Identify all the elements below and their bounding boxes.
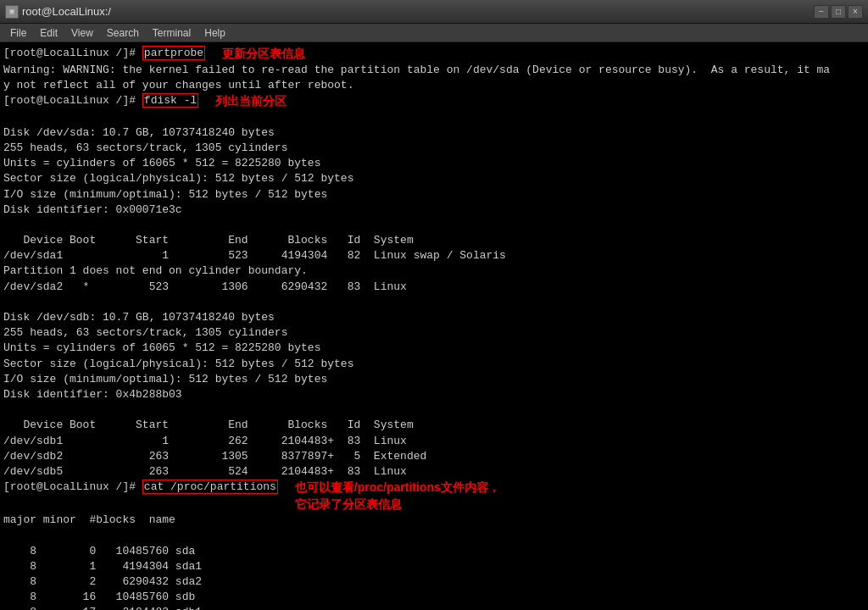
- terminal-line: Disk /dev/sda: 10.7 GB, 10737418240 byte…: [3, 125, 854, 141]
- terminal-line: major minor #blocks name: [3, 513, 854, 528]
- terminal-line: 8 1 4194304 sda1: [3, 559, 854, 574]
- terminal-line: I/O size (minimum/optimal): 512 bytes / …: [3, 187, 854, 202]
- annotation-cat-partitions: 也可以查看/proc/partitions文件内容，它记录了分区表信息: [295, 480, 500, 513]
- terminal-blank: [3, 295, 854, 310]
- terminal-blank: [3, 402, 854, 418]
- terminal-line: 255 heads, 63 sectors/track, 1305 cylind…: [3, 141, 854, 156]
- terminal-blank: [3, 218, 854, 233]
- terminal-area[interactable]: [root@LocalLinux /]# partprobe 更新分区表信息 W…: [0, 42, 868, 610]
- menu-search[interactable]: Search: [100, 25, 146, 41]
- title-bar-left: ▣ root@LocalLinux:/: [5, 5, 111, 19]
- terminal-line: Disk identifier: 0x00071e3c: [3, 202, 854, 218]
- line-partprobe: [root@LocalLinux /]# partprobe 更新分区表信息: [3, 46, 854, 63]
- terminal-line: [root@LocalLinux /]# partprobe: [3, 46, 205, 61]
- terminal-blank: [3, 528, 854, 543]
- line-cat-partitions: [root@LocalLinux /]# cat /proc/partition…: [3, 480, 854, 513]
- terminal-line: I/O size (minimum/optimal): 512 bytes / …: [3, 372, 854, 387]
- terminal-line: Device Boot Start End Blocks Id System: [3, 418, 854, 433]
- terminal-line: Sector size (logical/physical): 512 byte…: [3, 171, 854, 186]
- line-fdisk: [root@LocalLinux /]# fdisk -l 列出当前分区: [3, 93, 854, 110]
- menu-help[interactable]: Help: [198, 25, 232, 41]
- menu-terminal[interactable]: Terminal: [146, 25, 198, 41]
- terminal-line: Sector size (logical/physical): 512 byte…: [3, 357, 854, 372]
- terminal-line: Device Boot Start End Blocks Id System: [3, 233, 854, 248]
- terminal-line: /dev/sdb1 1 262 2104483+ 83 Linux: [3, 434, 854, 449]
- terminal-line: /dev/sda1 1 523 4194304 82 Linux swap / …: [3, 248, 854, 263]
- app-icon: ▣: [5, 5, 19, 19]
- terminal-line-warn2: y not reflect all of your changes until …: [3, 78, 854, 93]
- maximize-button[interactable]: □: [831, 5, 846, 19]
- terminal-line: Disk identifier: 0x4b288b03: [3, 387, 854, 402]
- menu-bar: File Edit View Search Terminal Help: [0, 24, 868, 42]
- terminal-line: 8 17 2104483 sdb1: [3, 605, 854, 610]
- terminal-content: [root@LocalLinux /]# partprobe 更新分区表信息 W…: [3, 46, 854, 610]
- minimize-button[interactable]: −: [814, 5, 829, 19]
- terminal-line-warn1: Warning: WARNING: the kernel failed to r…: [3, 63, 854, 78]
- terminal-line: Disk /dev/sdb: 10.7 GB, 10737418240 byte…: [3, 310, 854, 325]
- title-bar: ▣ root@LocalLinux:/ − □ ×: [0, 0, 868, 24]
- annotation-partprobe: 更新分区表信息: [222, 46, 305, 63]
- terminal-blank: [3, 110, 854, 125]
- terminal-line: Partition 1 does not end on cylinder bou…: [3, 263, 854, 279]
- menu-view[interactable]: View: [64, 25, 100, 41]
- window-title: root@LocalLinux:/: [22, 5, 111, 18]
- annotation-fdisk: 列出当前分区: [215, 93, 287, 110]
- terminal-line: /dev/sda2 * 523 1306 6290432 83 Linux: [3, 280, 854, 295]
- window-controls: − □ ×: [814, 5, 863, 19]
- terminal-line: 8 2 6290432 sda2: [3, 574, 854, 590]
- menu-file[interactable]: File: [3, 25, 33, 41]
- terminal-line: /dev/sdb2 263 1305 8377897+ 5 Extended: [3, 449, 854, 464]
- terminal-line: Units = cylinders of 16065 * 512 = 82252…: [3, 156, 854, 171]
- menu-edit[interactable]: Edit: [33, 25, 64, 41]
- terminal-line: 8 0 10485760 sda: [3, 544, 854, 559]
- terminal-line: Units = cylinders of 16065 * 512 = 82252…: [3, 341, 854, 356]
- terminal-line: /dev/sdb5 263 524 2104483+ 83 Linux: [3, 464, 854, 480]
- terminal-line: [root@LocalLinux /]# fdisk -l: [3, 93, 198, 108]
- terminal-line: 255 heads, 63 sectors/track, 1305 cylind…: [3, 325, 854, 341]
- terminal-line: 8 16 10485760 sdb: [3, 590, 854, 605]
- close-button[interactable]: ×: [848, 5, 863, 19]
- terminal-line: [root@LocalLinux /]# cat /proc/partition…: [3, 480, 278, 495]
